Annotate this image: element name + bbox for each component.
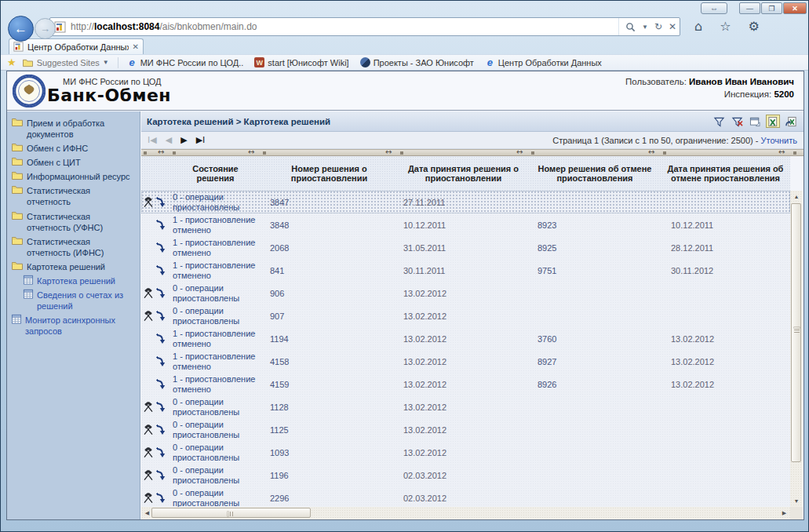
favorites-link[interactable]: Wstart [Юнисофт Wiki]: [254, 57, 348, 67]
url-text[interactable]: http://localhost:8084/ais/bnkobmen/main.…: [71, 21, 257, 32]
horizontal-scrollbar[interactable]: ◀ ▶: [141, 507, 790, 519]
table-row[interactable]: 0 - операции приостановлены 3847 27.11.2…: [141, 191, 790, 213]
operations-suspended-icon[interactable]: [143, 470, 154, 481]
refine-link[interactable]: Уточнить: [761, 136, 798, 145]
column-resize-handle[interactable]: ↔: [778, 149, 785, 156]
operations-suspended-icon[interactable]: [143, 288, 154, 299]
excel-export-button[interactable]: [784, 115, 798, 128]
filter-button[interactable]: [712, 115, 726, 128]
search-dropdown-icon[interactable]: ▼: [642, 24, 648, 31]
table-row[interactable]: 1 - приостановление отменено 841 30.11.2…: [141, 259, 790, 282]
sidebar-item-монитор-асинхронных-запросов[interactable]: Монитор асинхронных запросов: [11, 314, 137, 337]
open-decision-icon[interactable]: [155, 288, 166, 299]
favorites-link[interactable]: eМИ ФНС России по ЦОД..: [127, 57, 244, 67]
excel-button[interactable]: [766, 115, 780, 128]
table-row[interactable]: 1 - приостановление отменено 3848 10.12.…: [141, 213, 790, 236]
horizontal-scroll-thumb[interactable]: [151, 508, 311, 518]
sidebar-folder-статистическая-отчетность[interactable]: Статистическая отчетность: [11, 184, 137, 207]
column-grip[interactable]: [663, 151, 666, 155]
search-icon[interactable]: [625, 22, 636, 32]
suggested-sites[interactable]: Suggested Sites ▼: [22, 58, 109, 67]
refresh-icon[interactable]: ↻: [654, 21, 662, 32]
table-row[interactable]: 0 - операции приостановлены 907 13.02.20…: [141, 304, 790, 327]
home-icon[interactable]: ⌂: [694, 18, 702, 35]
favorites-star-icon[interactable]: ☆: [720, 18, 731, 35]
table-row[interactable]: 1 - приостановление отменено 2068 31.05.…: [141, 236, 790, 259]
favorites-link[interactable]: Проекты - ЗАО Юнисофт: [360, 57, 474, 67]
column-resize-handle[interactable]: ↔: [385, 149, 392, 156]
open-decision-icon[interactable]: [155, 265, 166, 276]
sidebar-folder-обмен-с-ифнс[interactable]: Обмен с ИФНС: [11, 142, 137, 154]
sidebar-folder-обмен-с-цит[interactable]: Обмен с ЦИТ: [11, 156, 137, 168]
operations-suspended-icon[interactable]: [143, 447, 154, 458]
header-date[interactable]: Дата принятия решения о приостановлении: [398, 156, 529, 191]
operations-suspended-icon[interactable]: [143, 311, 154, 322]
vertical-scroll-thumb[interactable]: [791, 203, 801, 462]
table-row[interactable]: 1 - приостановление отменено 4158 13.02.…: [141, 350, 790, 373]
close-button[interactable]: ✕: [783, 2, 807, 14]
open-decision-icon[interactable]: [155, 333, 166, 344]
column-grip[interactable]: [531, 151, 534, 155]
table-row[interactable]: 1 - приостановление отменено 4159 13.02.…: [141, 373, 790, 395]
table-row[interactable]: 1 - приостановление отменено 1194 13.02.…: [141, 327, 790, 350]
sidebar-folder-прием-и-обработка-документов[interactable]: Прием и обработка документов: [11, 117, 137, 140]
table-row[interactable]: 0 - операции приостановлены 1128 13.02.2…: [141, 395, 790, 418]
column-grip[interactable]: [400, 151, 403, 155]
stop-icon[interactable]: ✕: [669, 21, 676, 32]
open-decision-icon[interactable]: [155, 425, 166, 435]
next-page-button[interactable]: ▶: [180, 135, 187, 145]
open-decision-icon[interactable]: [155, 493, 166, 504]
table-row[interactable]: 0 - операции приостановлены 906 13.02.20…: [141, 282, 790, 304]
operations-suspended-icon[interactable]: [143, 402, 154, 413]
table-row[interactable]: 0 - операции приостановлены 2296 02.03.2…: [141, 486, 790, 507]
column-resize-handle[interactable]: ↔: [516, 149, 523, 156]
favorites-link[interactable]: eЦентр Обработки Данных: [485, 57, 602, 67]
open-decision-icon[interactable]: [155, 220, 166, 231]
sidebar-folder-картотека-решений[interactable]: Картотека решений: [11, 261, 137, 272]
tab-data-center[interactable]: Центр Обработки Данных ✕: [9, 38, 144, 54]
column-resize-strip[interactable]: ↔↔↔↔↔↔: [141, 149, 804, 156]
sidebar-item-сведения-о-счетах-из-решений[interactable]: Сведения о счетах из решений: [23, 289, 137, 312]
sidebar-folder-информационный-ресурс[interactable]: Информационный ресурс: [11, 170, 137, 182]
back-button[interactable]: ←: [8, 16, 34, 42]
header-state[interactable]: Состояние решения: [170, 156, 261, 191]
open-decision-icon[interactable]: [155, 447, 166, 458]
table-row[interactable]: 0 - операции приостановлены 1196 02.03.2…: [141, 464, 790, 486]
settings-gear-icon[interactable]: ⚙: [749, 18, 760, 35]
last-page-button[interactable]: ▶Ⅰ: [196, 135, 206, 145]
table-row[interactable]: 0 - операции приостановлены 1093 13.02.2…: [141, 441, 790, 464]
add-favorite-star-icon[interactable]: ★: [7, 56, 16, 68]
open-decision-icon[interactable]: [155, 470, 166, 481]
filter-clear-button[interactable]: [730, 115, 744, 128]
header-number[interactable]: Номер решения о приостановлении: [261, 156, 398, 191]
sidebar-item-картотека-решений[interactable]: Картотека решений: [23, 275, 137, 286]
column-grip[interactable]: [144, 151, 147, 155]
operations-suspended-icon[interactable]: [143, 425, 154, 435]
maximize-button[interactable]: ❐: [761, 2, 782, 14]
first-page-button[interactable]: Ⅰ◀: [148, 135, 157, 145]
open-decision-icon[interactable]: [155, 379, 166, 390]
table-row[interactable]: 0 - операции приостановлены 1125 13.02.2…: [141, 418, 790, 441]
column-grip[interactable]: [173, 151, 176, 155]
operations-suspended-icon[interactable]: [143, 197, 154, 208]
tab-close-icon[interactable]: ✕: [133, 42, 139, 51]
scroll-right-icon[interactable]: ▶: [778, 507, 790, 519]
prev-page-button[interactable]: ◀: [166, 135, 172, 145]
open-decision-icon[interactable]: [155, 402, 166, 413]
minimize-button[interactable]: —: [739, 2, 760, 14]
sidebar-folder-статистическая-отчетность-ифнс-[interactable]: Статистическая отчетность (ИФНС): [11, 235, 137, 258]
open-decision-icon[interactable]: [155, 356, 166, 367]
scroll-up-icon[interactable]: ▲: [790, 191, 803, 202]
header-cancel-date[interactable]: Дата принятия решения об отмене приостан…: [661, 156, 790, 191]
header-cancel-number[interactable]: Номер решения об отмене приостановления: [529, 156, 661, 191]
column-resize-handle[interactable]: ↔: [648, 149, 654, 156]
forward-button[interactable]: →: [35, 18, 56, 39]
column-resize-handle[interactable]: ↔: [248, 149, 254, 156]
open-decision-icon[interactable]: [155, 311, 166, 322]
open-decision-icon[interactable]: [155, 197, 166, 208]
vertical-scrollbar[interactable]: ▲ ▼: [790, 191, 803, 507]
open-window-button[interactable]: [748, 115, 762, 128]
column-resize-handle[interactable]: ↔: [158, 149, 164, 156]
window-resize-button[interactable]: ⇔: [701, 2, 727, 14]
column-grip[interactable]: [793, 151, 796, 155]
